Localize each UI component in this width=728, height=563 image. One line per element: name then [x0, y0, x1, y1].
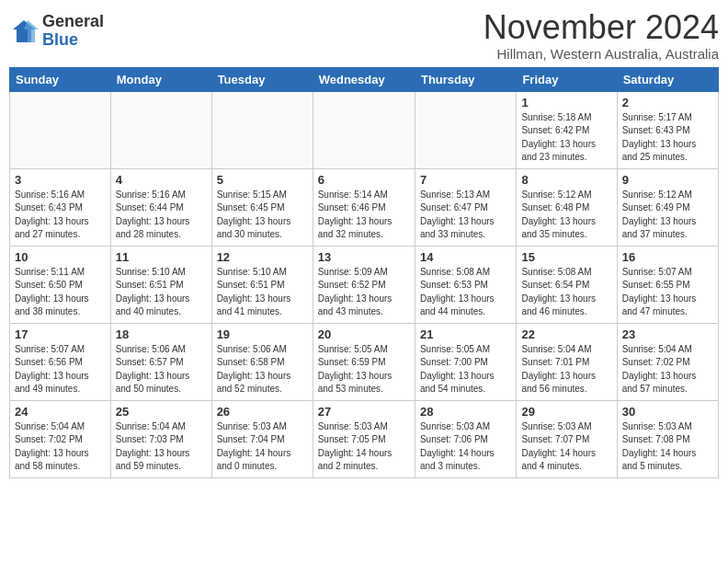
calendar-cell: 16Sunrise: 5:07 AM Sunset: 6:55 PM Dayli… [617, 246, 718, 323]
day-info: Sunrise: 5:10 AM Sunset: 6:51 PM Dayligh… [217, 266, 308, 319]
calendar-cell: 11Sunrise: 5:10 AM Sunset: 6:51 PM Dayli… [110, 246, 211, 323]
day-info: Sunrise: 5:03 AM Sunset: 7:08 PM Dayligh… [622, 420, 713, 474]
day-number: 28 [420, 405, 511, 419]
calendar-week-3: 10Sunrise: 5:11 AM Sunset: 6:50 PM Dayli… [10, 246, 719, 323]
day-info: Sunrise: 5:03 AM Sunset: 7:04 PM Dayligh… [217, 420, 308, 474]
day-number: 26 [217, 405, 308, 419]
day-info: Sunrise: 5:16 AM Sunset: 6:44 PM Dayligh… [116, 189, 207, 242]
calendar-week-4: 17Sunrise: 5:07 AM Sunset: 6:56 PM Dayli… [10, 323, 719, 400]
calendar-cell [313, 91, 415, 168]
day-number: 4 [116, 173, 207, 187]
day-info: Sunrise: 5:15 AM Sunset: 6:45 PM Dayligh… [217, 189, 308, 242]
calendar-cell: 27Sunrise: 5:03 AM Sunset: 7:05 PM Dayli… [313, 400, 415, 477]
day-number: 23 [622, 327, 713, 341]
calendar-cell: 15Sunrise: 5:08 AM Sunset: 6:54 PM Dayli… [517, 246, 617, 323]
day-info: Sunrise: 5:13 AM Sunset: 6:47 PM Dayligh… [420, 189, 511, 242]
day-number: 17 [15, 327, 106, 341]
day-info: Sunrise: 5:05 AM Sunset: 6:59 PM Dayligh… [318, 343, 410, 396]
day-number: 27 [318, 405, 410, 419]
calendar-cell: 18Sunrise: 5:06 AM Sunset: 6:57 PM Dayli… [110, 323, 211, 400]
weekday-header-row: SundayMondayTuesdayWednesdayThursdayFrid… [10, 67, 719, 91]
day-number: 5 [217, 173, 308, 187]
weekday-header-tuesday: Tuesday [211, 67, 313, 91]
calendar-cell: 29Sunrise: 5:03 AM Sunset: 7:07 PM Dayli… [517, 400, 617, 477]
calendar-cell: 2Sunrise: 5:17 AM Sunset: 6:43 PM Daylig… [617, 91, 718, 168]
calendar-cell [415, 91, 516, 168]
day-info: Sunrise: 5:06 AM Sunset: 6:58 PM Dayligh… [217, 343, 308, 396]
calendar-cell: 9Sunrise: 5:12 AM Sunset: 6:49 PM Daylig… [617, 168, 718, 246]
calendar-cell: 1Sunrise: 5:18 AM Sunset: 6:42 PM Daylig… [517, 91, 617, 168]
page-header: General Blue November 2024 Hillman, West… [9, 9, 719, 62]
day-number: 10 [15, 250, 106, 264]
calendar-cell [211, 91, 313, 168]
day-info: Sunrise: 5:03 AM Sunset: 7:05 PM Dayligh… [318, 420, 410, 474]
calendar-cell: 19Sunrise: 5:06 AM Sunset: 6:58 PM Dayli… [211, 323, 313, 400]
day-number: 8 [521, 173, 611, 187]
calendar-cell: 24Sunrise: 5:04 AM Sunset: 7:02 PM Dayli… [10, 400, 111, 477]
weekday-header-sunday: Sunday [10, 67, 111, 91]
calendar-cell: 20Sunrise: 5:05 AM Sunset: 6:59 PM Dayli… [313, 323, 415, 400]
day-info: Sunrise: 5:08 AM Sunset: 6:53 PM Dayligh… [420, 266, 511, 319]
month-title: November 2024 [483, 9, 719, 46]
weekday-header-thursday: Thursday [415, 67, 516, 91]
calendar-cell: 8Sunrise: 5:12 AM Sunset: 6:48 PM Daylig… [517, 168, 617, 246]
day-number: 13 [318, 250, 410, 264]
calendar-cell: 7Sunrise: 5:13 AM Sunset: 6:47 PM Daylig… [415, 168, 516, 246]
day-info: Sunrise: 5:16 AM Sunset: 6:43 PM Dayligh… [15, 189, 106, 242]
day-number: 11 [116, 250, 207, 264]
calendar-cell: 23Sunrise: 5:04 AM Sunset: 7:02 PM Dayli… [617, 323, 718, 400]
calendar-cell: 4Sunrise: 5:16 AM Sunset: 6:44 PM Daylig… [110, 168, 211, 246]
calendar-cell: 22Sunrise: 5:04 AM Sunset: 7:01 PM Dayli… [517, 323, 617, 400]
weekday-header-saturday: Saturday [617, 67, 718, 91]
calendar-cell: 5Sunrise: 5:15 AM Sunset: 6:45 PM Daylig… [211, 168, 313, 246]
title-area: November 2024 Hillman, Western Australia… [483, 9, 719, 62]
logo-text: General Blue [42, 13, 104, 50]
calendar-cell [10, 91, 111, 168]
day-info: Sunrise: 5:10 AM Sunset: 6:51 PM Dayligh… [116, 266, 207, 319]
day-info: Sunrise: 5:12 AM Sunset: 6:49 PM Dayligh… [622, 189, 713, 242]
calendar-cell: 26Sunrise: 5:03 AM Sunset: 7:04 PM Dayli… [211, 400, 313, 477]
day-number: 30 [622, 405, 713, 419]
day-info: Sunrise: 5:08 AM Sunset: 6:54 PM Dayligh… [521, 266, 611, 319]
day-number: 29 [521, 405, 611, 419]
calendar-week-5: 24Sunrise: 5:04 AM Sunset: 7:02 PM Dayli… [10, 400, 719, 477]
weekday-header-wednesday: Wednesday [313, 67, 415, 91]
calendar-body: 1Sunrise: 5:18 AM Sunset: 6:42 PM Daylig… [10, 91, 719, 477]
logo-blue: Blue [42, 31, 104, 50]
day-info: Sunrise: 5:12 AM Sunset: 6:48 PM Dayligh… [521, 189, 611, 242]
day-info: Sunrise: 5:14 AM Sunset: 6:46 PM Dayligh… [318, 189, 410, 242]
calendar-cell: 17Sunrise: 5:07 AM Sunset: 6:56 PM Dayli… [10, 323, 111, 400]
calendar-cell: 28Sunrise: 5:03 AM Sunset: 7:06 PM Dayli… [415, 400, 516, 477]
day-number: 6 [318, 173, 410, 187]
day-info: Sunrise: 5:04 AM Sunset: 7:02 PM Dayligh… [15, 420, 106, 474]
weekday-header-monday: Monday [110, 67, 211, 91]
day-info: Sunrise: 5:05 AM Sunset: 7:00 PM Dayligh… [420, 343, 511, 396]
calendar: SundayMondayTuesdayWednesdayThursdayFrid… [9, 67, 719, 478]
day-number: 19 [217, 327, 308, 341]
calendar-cell: 3Sunrise: 5:16 AM Sunset: 6:43 PM Daylig… [10, 168, 111, 246]
logo-icon [9, 17, 39, 46]
day-number: 21 [420, 327, 511, 341]
calendar-cell: 6Sunrise: 5:14 AM Sunset: 6:46 PM Daylig… [313, 168, 415, 246]
day-number: 15 [521, 250, 611, 264]
day-number: 2 [622, 96, 713, 109]
calendar-cell [110, 91, 211, 168]
calendar-week-2: 3Sunrise: 5:16 AM Sunset: 6:43 PM Daylig… [10, 168, 719, 246]
weekday-header-friday: Friday [517, 67, 617, 91]
day-info: Sunrise: 5:04 AM Sunset: 7:02 PM Dayligh… [622, 343, 713, 396]
day-number: 14 [420, 250, 511, 264]
calendar-cell: 12Sunrise: 5:10 AM Sunset: 6:51 PM Dayli… [211, 246, 313, 323]
day-info: Sunrise: 5:03 AM Sunset: 7:07 PM Dayligh… [521, 420, 611, 474]
calendar-cell: 30Sunrise: 5:03 AM Sunset: 7:08 PM Dayli… [617, 400, 718, 477]
day-info: Sunrise: 5:18 AM Sunset: 6:42 PM Dayligh… [521, 111, 611, 165]
day-info: Sunrise: 5:17 AM Sunset: 6:43 PM Dayligh… [622, 111, 713, 165]
location: Hillman, Western Australia, Australia [483, 46, 719, 62]
day-number: 16 [622, 250, 713, 264]
day-number: 22 [521, 327, 611, 341]
day-info: Sunrise: 5:11 AM Sunset: 6:50 PM Dayligh… [15, 266, 106, 319]
day-number: 12 [217, 250, 308, 264]
calendar-cell: 13Sunrise: 5:09 AM Sunset: 6:52 PM Dayli… [313, 246, 415, 323]
day-info: Sunrise: 5:04 AM Sunset: 7:03 PM Dayligh… [116, 420, 207, 474]
day-info: Sunrise: 5:07 AM Sunset: 6:56 PM Dayligh… [15, 343, 106, 396]
day-info: Sunrise: 5:09 AM Sunset: 6:52 PM Dayligh… [318, 266, 410, 319]
